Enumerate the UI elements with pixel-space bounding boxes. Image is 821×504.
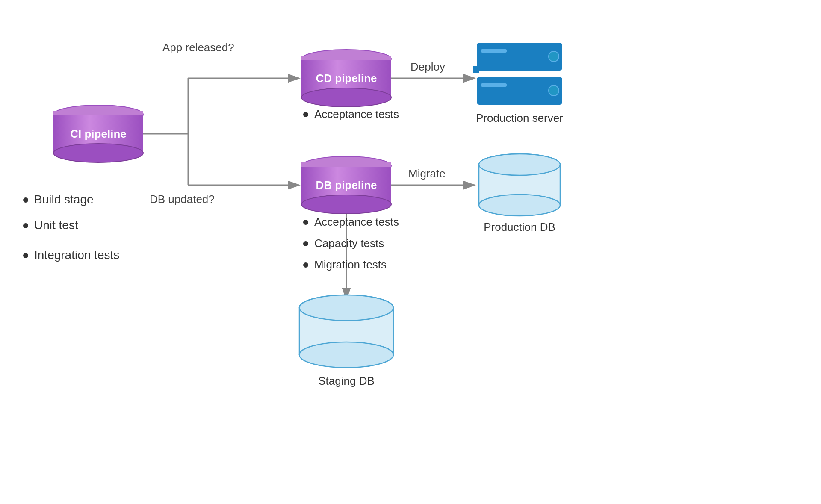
svg-point-11 <box>301 195 391 214</box>
svg-point-3 <box>53 144 143 162</box>
production-db-bottom <box>479 195 560 216</box>
svg-point-7 <box>301 88 391 107</box>
cd-pipeline-label: CD pipeline <box>316 72 377 85</box>
migration-tests-text: Migration tests <box>314 258 387 271</box>
diagram-container: CI pipeline CD pipeline DB pipeline <box>0 0 821 504</box>
diagram-svg: CI pipeline CD pipeline DB pipeline <box>0 0 821 504</box>
ci-pipeline-label: CI pipeline <box>70 127 126 140</box>
db-acceptance-text: Acceptance tests <box>314 215 399 228</box>
bullet-capacity <box>303 241 308 246</box>
production-db-label: Production DB <box>484 221 555 233</box>
svg-rect-0 <box>0 0 821 504</box>
svg-point-30 <box>479 154 560 175</box>
build-stage-text: Build stage <box>34 193 94 206</box>
svg-rect-12 <box>301 162 391 167</box>
svg-rect-24 <box>494 83 505 87</box>
staging-db-bottom <box>299 342 393 368</box>
bullet-cd-acceptance <box>303 112 308 117</box>
unit-test-text: Unit test <box>34 218 78 232</box>
svg-rect-21 <box>494 49 505 53</box>
bullet-db-acceptance <box>303 220 308 225</box>
svg-rect-26 <box>473 66 479 73</box>
deploy-label: Deploy <box>410 60 445 73</box>
migrate-label: Migrate <box>408 167 446 180</box>
integration-tests-text: Integration tests <box>34 248 119 262</box>
svg-point-22 <box>549 51 559 62</box>
capacity-tests-text: Capacity tests <box>314 237 384 250</box>
db-pipeline-label: DB pipeline <box>316 179 377 192</box>
production-server-label: Production server <box>476 112 563 124</box>
svg-rect-4 <box>53 111 143 115</box>
app-released-label: App released? <box>162 41 234 54</box>
bullet-integration <box>23 253 28 258</box>
svg-point-25 <box>549 85 559 96</box>
svg-point-34 <box>299 295 393 321</box>
cd-acceptance-text: Acceptance tests <box>314 108 399 121</box>
bullet-build <box>23 197 28 203</box>
bullet-migration <box>303 262 308 268</box>
bullet-unit <box>23 223 28 228</box>
svg-rect-8 <box>301 56 391 60</box>
db-updated-label: DB updated? <box>150 193 215 206</box>
staging-db-label: Staging DB <box>318 374 375 387</box>
